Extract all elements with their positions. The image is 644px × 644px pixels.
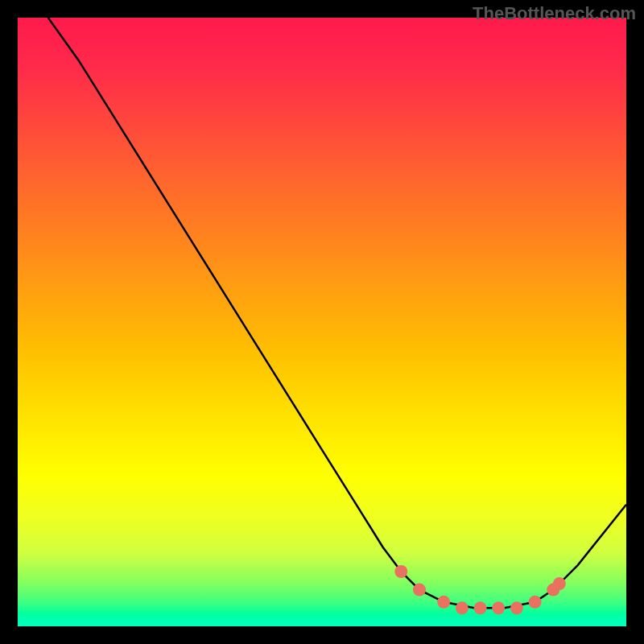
- curve-marker: [553, 577, 566, 590]
- curve-marker: [474, 601, 487, 614]
- bottleneck-curve: [48, 18, 626, 608]
- curve-marker: [394, 565, 407, 578]
- curve-marker: [492, 601, 505, 614]
- watermark-text: TheBottleneck.com: [473, 3, 636, 24]
- curve-markers: [394, 565, 566, 614]
- chart-svg: [18, 18, 626, 626]
- curve-marker: [437, 596, 450, 609]
- curve-marker: [510, 601, 523, 614]
- curve-marker: [413, 584, 426, 597]
- curve-marker: [529, 596, 542, 609]
- curve-marker: [456, 601, 469, 614]
- chart-plot-area: [18, 18, 626, 626]
